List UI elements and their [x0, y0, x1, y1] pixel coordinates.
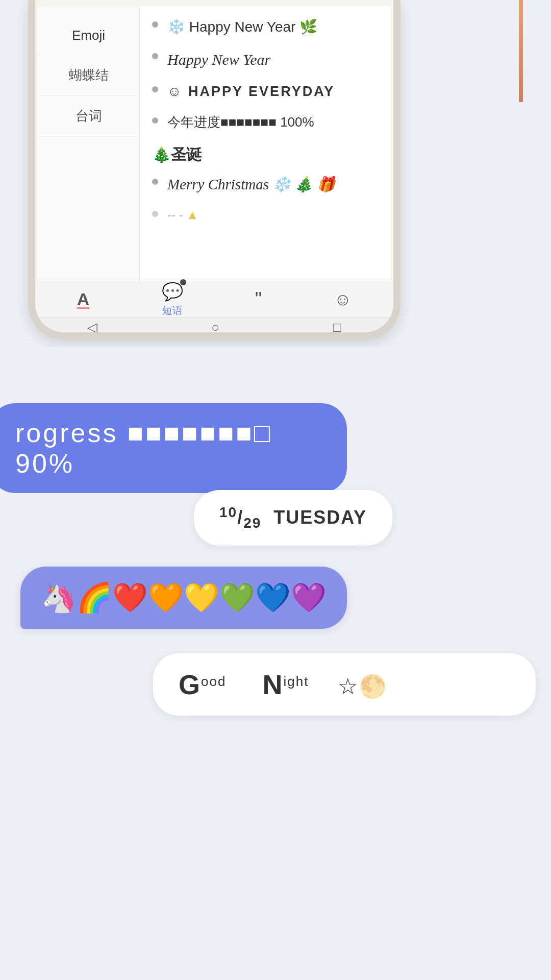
bullet-icon — [152, 117, 158, 124]
date-bubble: 10/29 TUESDAY — [194, 490, 392, 546]
toolbar-emoji-button[interactable]: ☺ — [334, 289, 352, 309]
toolbar-phrases-button[interactable]: 💬 短语 — [162, 281, 183, 317]
progress-bubble: rogress ■■■■■■■□ 90% — [0, 403, 347, 493]
toolbar-quotes-button[interactable]: " — [255, 288, 262, 310]
goodnight-text: Good Night ☆🌕 — [179, 674, 388, 699]
emoji-bubble: 🦄🌈❤️🧡💛💚💙💜 — [20, 567, 347, 629]
home-nav-button[interactable]: ○ — [211, 320, 219, 335]
list-item: -- - ▲ — [152, 206, 379, 224]
date-text: 10/29 TUESDAY — [219, 507, 367, 528]
bullet-icon — [152, 53, 158, 59]
sidebar-item-lines[interactable]: 台词 — [38, 96, 139, 137]
phone-mockup: Emoji 蝴蝶结 台词 ❄️ Happy New Year 🌿 Happy N… — [31, 0, 398, 337]
phone-side-button — [519, 0, 523, 102]
recents-nav-button[interactable]: □ — [333, 320, 341, 335]
bottom-section: rogress ■■■■■■■□ 90% 10/29 TUESDAY 🦄🌈❤️🧡… — [0, 347, 551, 980]
goodnight-bubble: Good Night ☆🌕 — [153, 653, 536, 716]
list-item: Happy New Year — [152, 48, 379, 71]
bullet-icon — [152, 179, 158, 185]
list-item: Merry Christmas ❄️ 🎄 🎁 — [152, 174, 379, 196]
list-item: ❄️ Happy New Year 🌿 — [152, 16, 379, 38]
quotes-icon: " — [255, 288, 262, 310]
font-icon: A — [77, 289, 90, 309]
christmas-header: 🎄圣诞 — [152, 144, 379, 165]
sidebar-item-bowtie[interactable]: 蝴蝶结 — [38, 55, 139, 96]
toolbar-font-button[interactable]: A — [77, 289, 90, 309]
nav-bar: ◁ ○ □ — [31, 317, 398, 337]
toolbar: A 💬 短语 " ☺ ◁ ○ □ — [31, 281, 398, 337]
list-item: 今年进度■■■■■■■ 100% — [152, 112, 379, 132]
back-nav-button[interactable]: ◁ — [87, 320, 97, 335]
emoji-content: 🦄🌈❤️🧡💛💚💙💜 — [41, 581, 327, 614]
bullet-icon — [152, 211, 158, 217]
toolbar-icons: A 💬 短语 " ☺ — [31, 281, 398, 317]
phrases-label: 短语 — [162, 304, 183, 317]
sidebar-item-emoji[interactable]: Emoji — [38, 16, 139, 55]
emoji-icon: ☺ — [334, 289, 352, 309]
bullet-icon — [152, 21, 158, 28]
list-item: ☺ HAPPY EVERYDAY — [152, 81, 379, 102]
weekday-text: TUESDAY — [273, 507, 367, 528]
bullet-icon — [152, 86, 158, 92]
progress-text: rogress ■■■■■■■□ 90% — [15, 418, 272, 478]
phrases-icon: 💬 — [162, 281, 183, 302]
